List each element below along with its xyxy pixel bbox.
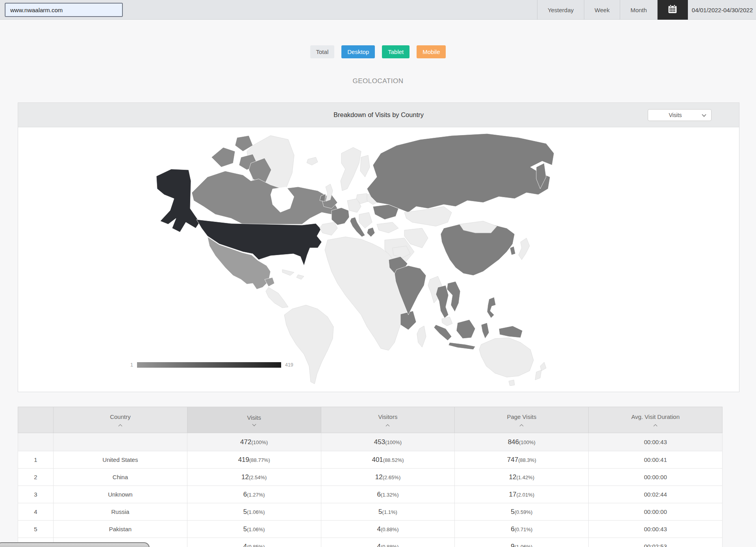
- column-header-page-visits[interactable]: Page Visits: [455, 407, 589, 433]
- region-scandinavia: [341, 147, 361, 191]
- page-visits-cell: 17(2.01%): [455, 486, 589, 503]
- region-south-america: [284, 305, 334, 384]
- value-percent: (88.52%): [383, 457, 404, 463]
- table-row: 3Unknown6(1.27%)6(1.32%)17(2.01%)00:02:4…: [18, 486, 723, 503]
- value: 5: [243, 508, 247, 515]
- value: 419: [238, 456, 249, 463]
- value-percent: (1.06%): [247, 527, 265, 532]
- table-row: 4Russia5(1.06%)5(1.1%)5(0.59%)00:00:00: [18, 503, 723, 521]
- legend-min-label: 1: [130, 362, 133, 368]
- value-percent: (1.06%): [515, 544, 533, 547]
- value: 17: [509, 491, 517, 498]
- bottom-overlay-peek: [0, 542, 150, 547]
- range-button-week[interactable]: Week: [584, 0, 620, 20]
- value: 4: [377, 543, 380, 547]
- page-visits-cell: 747(88.3%): [455, 451, 589, 469]
- sort-caret-icon: [520, 424, 524, 428]
- page-visits-cell: 9(1.06%): [455, 538, 589, 547]
- calendar-icon: [667, 4, 678, 16]
- visits-cell: 5(1.06%): [187, 503, 321, 521]
- value: 6: [243, 491, 247, 498]
- rank-cell: [18, 433, 54, 451]
- country-greece: [367, 227, 375, 237]
- tab-mobile[interactable]: Mobile: [417, 45, 446, 58]
- country-new-zealand-north: [540, 362, 546, 371]
- value: 12: [509, 473, 517, 481]
- country-new-zealand-south: [535, 370, 541, 380]
- country-canada-arctic: [211, 147, 235, 167]
- sort-caret-icon: [386, 424, 390, 428]
- country-finland: [360, 155, 370, 177]
- range-button-yesterday[interactable]: Yesterday: [537, 0, 584, 20]
- avg-duration-cell: 00:00:43: [589, 521, 723, 538]
- avg-duration-cell: 00:00:43: [589, 433, 723, 451]
- chevron-down-icon: [702, 112, 706, 117]
- calendar-button[interactable]: [657, 0, 688, 20]
- url-input[interactable]: [5, 3, 123, 17]
- value-percent: (0.71%): [515, 527, 533, 532]
- country-indonesia-sumatra: [434, 325, 452, 340]
- avg-duration-cell: 00:00:41: [589, 451, 723, 469]
- region-iberia: [320, 222, 337, 235]
- country-cell: Russia: [54, 503, 187, 521]
- rank-cell: 2: [18, 469, 54, 486]
- country-south-korea: [510, 246, 515, 255]
- topbar: Yesterday Week Month 04/01/2022-04/30/20…: [0, 0, 756, 20]
- range-button-month[interactable]: Month: [620, 0, 657, 20]
- tab-desktop[interactable]: Desktop: [341, 45, 375, 58]
- tab-total[interactable]: Total: [310, 45, 335, 58]
- table-row: 5Pakistan5(1.06%)4(0.88%)6(0.71%)00:00:4…: [18, 521, 723, 538]
- country-cell: China: [54, 469, 187, 486]
- legend-gradient-bar: [137, 362, 281, 368]
- country-indonesia-borneo: [456, 320, 475, 339]
- value: 453: [374, 438, 385, 446]
- column-header-visitors[interactable]: Visitors: [321, 407, 455, 433]
- value-percent: (1.42%): [516, 474, 534, 480]
- value-percent: (88.3%): [518, 457, 536, 463]
- avg-duration-cell: 00:00:00: [589, 503, 723, 521]
- visitors-cell: 4(0.88%): [321, 521, 455, 538]
- country-vietnam: [447, 281, 460, 312]
- value: 4: [377, 525, 380, 533]
- page-visits-cell: 12(1.42%): [455, 469, 589, 486]
- column-header-avg-duration[interactable]: Avg. Visit Duration: [589, 407, 723, 433]
- geolocation-table: Country Visits Visitors Page Visits Avg.…: [18, 407, 723, 547]
- value-percent: (1.1%): [382, 509, 397, 515]
- value: 747: [507, 456, 518, 463]
- value: 5: [243, 525, 247, 533]
- country-japan: [519, 238, 530, 260]
- choropleth-map-svg: [148, 130, 566, 386]
- visits-cell: 4(0.85%): [187, 538, 321, 547]
- world-map[interactable]: 1 419: [18, 127, 739, 391]
- country-cell: United States: [54, 451, 187, 469]
- tab-tablet[interactable]: Tablet: [382, 45, 410, 58]
- sort-caret-icon: [252, 422, 256, 426]
- country-us-alaska: [156, 169, 200, 232]
- value: 12: [241, 473, 249, 481]
- rank-cell: 4: [18, 503, 54, 521]
- metric-dropdown[interactable]: Visits: [648, 109, 712, 121]
- country-madagascar: [417, 326, 426, 347]
- rank-cell: 1: [18, 451, 54, 469]
- totals-row: 472(100%)453(100%)846(100%)00:00:43: [18, 433, 723, 451]
- rank-cell: 3: [18, 486, 54, 503]
- table-header-row: Country Visits Visitors Page Visits Avg.…: [18, 407, 723, 433]
- column-header-country[interactable]: Country: [54, 407, 187, 433]
- page-visits-cell: 6(0.71%): [455, 521, 589, 538]
- country-cell: [54, 433, 187, 451]
- device-filter-tabs: Total Desktop Tablet Mobile: [0, 45, 756, 58]
- value-percent: (2.54%): [249, 474, 267, 480]
- page-visits-cell: 5(0.59%): [455, 503, 589, 521]
- metric-dropdown-value: Visits: [648, 112, 702, 118]
- page-title: GEOLOCATION: [0, 77, 756, 85]
- visits-cell: 5(1.06%): [187, 521, 321, 538]
- value-percent: (2.65%): [383, 474, 401, 480]
- column-header-visits[interactable]: Visits: [187, 407, 321, 433]
- value-percent: (0.88%): [381, 544, 399, 547]
- value-percent: (1.06%): [247, 509, 265, 515]
- value: 9: [511, 543, 514, 547]
- column-header-rank[interactable]: [18, 407, 54, 433]
- table-row: 1United States419(88.77%)401(88.52%)747(…: [18, 451, 723, 469]
- value: 401: [372, 456, 383, 463]
- value-percent: (100%): [385, 439, 402, 445]
